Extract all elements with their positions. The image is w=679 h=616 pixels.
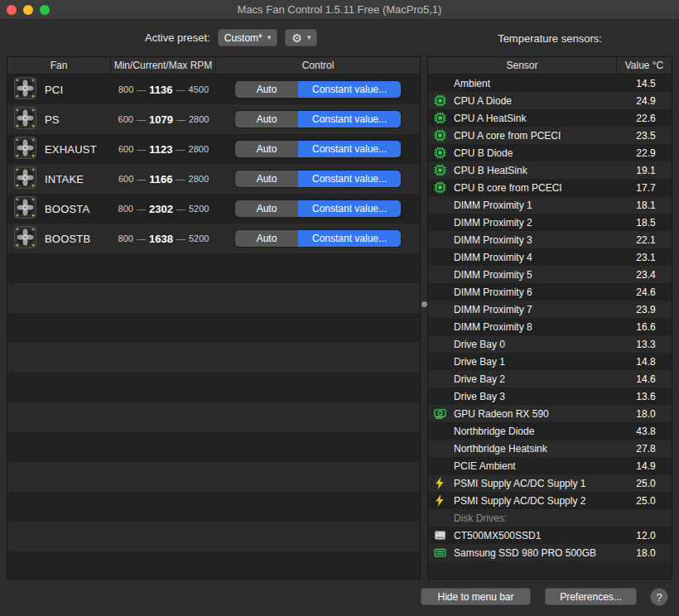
titlebar: Macs Fan Control 1.5.11 Free (MacPro5,1)	[0, 0, 679, 20]
fan-name: BOOSTB	[45, 233, 90, 245]
sensor-value: 25.0	[620, 495, 672, 507]
preferences-button[interactable]: Preferences...	[545, 588, 637, 605]
rpm-dash: —	[176, 114, 185, 124]
preset-actions-button[interactable]: ⚙ ▾	[285, 29, 317, 46]
fan-icon	[14, 226, 36, 252]
power-icon	[433, 494, 446, 507]
fan-icon	[14, 196, 36, 222]
sensor-row[interactable]: CT500MX500SSD112.0	[428, 527, 672, 544]
fan-icon	[14, 77, 36, 103]
sensor-row[interactable]: DIMM Proximity 523.4	[428, 266, 672, 283]
sensor-column-header[interactable]: Sensor	[428, 57, 617, 74]
constant-value-button[interactable]: Constant value...	[298, 171, 401, 187]
sensor-table-header: Sensor Value °C	[428, 57, 672, 75]
fan-control-segmented: Auto Constant value...	[235, 141, 401, 157]
sensor-row[interactable]: CPU A core from PCECI23.5	[428, 127, 672, 144]
auto-button[interactable]: Auto	[235, 141, 298, 157]
sensor-table: Sensor Value °C Ambient14.5 CPU A Diode2…	[427, 56, 672, 580]
control-column-header[interactable]: Control	[216, 57, 420, 74]
sensor-value: 22.9	[620, 147, 672, 159]
sensor-row[interactable]: CPU A Diode24.9	[428, 92, 672, 109]
sensor-name: CPU B core from PCECI	[454, 182, 620, 194]
sensor-name: Disk Drives:	[454, 513, 620, 524]
sensor-row[interactable]: Northbridge Diode43.8	[428, 422, 672, 440]
rpm-min: 800	[118, 84, 133, 94]
sensor-row[interactable]: PSMI Supply AC/DC Supply 225.0	[428, 492, 672, 509]
cpu-icon	[433, 94, 446, 107]
rpm-dash: —	[176, 144, 185, 154]
sensor-name: CPU B HeatSink	[454, 165, 620, 176]
sensor-name: Ambient	[454, 78, 620, 89]
constant-value-button[interactable]: Constant value...	[298, 111, 401, 128]
splitter-handle[interactable]	[421, 301, 427, 307]
sensor-row[interactable]: CPU B Diode22.9	[428, 144, 672, 161]
fan-rpm-values: 600—1123—2800	[111, 143, 216, 156]
sensor-row[interactable]: DIMM Proximity 423.1	[428, 248, 672, 266]
sensor-row[interactable]: PCIE Ambient14.9	[428, 457, 672, 474]
fan-column-header[interactable]: Fan	[7, 57, 111, 74]
sensor-value: 14.5	[620, 78, 672, 89]
sensor-row[interactable]: CPU B core from PCECI17.7	[428, 179, 672, 196]
sensor-row[interactable]: DIMM Proximity 322.1	[428, 231, 672, 248]
sensor-value: 12.0	[620, 530, 672, 541]
rpm-dash: —	[176, 84, 185, 94]
rpm-dash: —	[176, 233, 185, 243]
sensor-row[interactable]: DIMM Proximity 816.6	[428, 318, 672, 335]
fan-row: INTAKE 600—1166—2800 Auto Constant value…	[7, 164, 420, 194]
fan-rpm-values: 600—1079—2800	[111, 113, 216, 126]
sensor-row[interactable]: CPU B HeatSink19.1	[428, 161, 672, 179]
sensor-row[interactable]: DIMM Proximity 624.6	[428, 283, 672, 301]
rpm-min: 600	[118, 114, 133, 124]
sensor-row[interactable]: Ambient14.5	[428, 75, 672, 92]
preset-dropdown[interactable]: Custom* ▾	[218, 29, 278, 46]
rpm-dash: —	[176, 174, 185, 184]
rpm-current: 2302	[149, 203, 173, 215]
sensor-row[interactable]: DIMM Proximity 218.5	[428, 214, 672, 231]
auto-button[interactable]: Auto	[235, 111, 298, 128]
auto-button[interactable]: Auto	[235, 81, 298, 98]
minimize-window-button[interactable]	[23, 5, 33, 15]
app-window: Macs Fan Control 1.5.11 Free (MacPro5,1)…	[0, 0, 679, 616]
constant-value-button[interactable]: Constant value...	[298, 81, 401, 98]
sensor-row[interactable]: GPU Radeon RX 59018.0	[428, 405, 672, 422]
fan-table-header: Fan Min/Current/Max RPM Control	[7, 57, 420, 75]
hide-to-menu-bar-button[interactable]: Hide to menu bar	[421, 588, 531, 605]
sensor-row[interactable]: Drive Bay 013.3	[428, 335, 672, 353]
constant-value-button[interactable]: Constant value...	[298, 230, 401, 247]
sensor-value: 22.1	[620, 234, 672, 246]
fan-rows: PCI 800—1136—4500 Auto Constant value...…	[7, 75, 420, 579]
rpm-column-header[interactable]: Min/Current/Max RPM	[111, 57, 216, 74]
fan-row: BOOSTA 800—2302—5200 Auto Constant value…	[7, 194, 420, 224]
auto-button[interactable]: Auto	[235, 200, 298, 217]
sensor-row[interactable]: Northbridge Heatsink27.8	[428, 440, 672, 457]
zoom-window-button[interactable]	[40, 5, 50, 15]
cpu-icon	[433, 112, 446, 124]
sensor-row[interactable]: DIMM Proximity 118.1	[428, 196, 672, 214]
sensor-name: CPU A HeatSink	[454, 113, 620, 124]
fan-name: PCI	[45, 84, 63, 96]
sensor-row[interactable]: Samsung SSD 980 PRO 500GB18.0	[428, 544, 672, 561]
constant-value-button[interactable]: Constant value...	[298, 200, 401, 217]
disk-green-icon	[433, 546, 446, 559]
fan-row: PS 600—1079—2800 Auto Constant value...	[7, 104, 420, 134]
auto-button[interactable]: Auto	[235, 171, 298, 187]
sensor-name: Drive Bay 1	[454, 356, 620, 368]
sensor-rows: Ambient14.5 CPU A Diode24.9 CPU A HeatSi…	[428, 75, 672, 561]
sensor-row[interactable]: Drive Bay 214.6	[428, 370, 672, 387]
help-button[interactable]: ?	[650, 588, 668, 606]
sensor-row[interactable]: Drive Bay 114.8	[428, 353, 672, 370]
sensor-row[interactable]: Drive Bay 313.6	[428, 387, 672, 405]
fan-control-segmented: Auto Constant value...	[235, 111, 401, 128]
cpu-icon	[433, 147, 446, 159]
sensor-row[interactable]: DIMM Proximity 723.9	[428, 301, 672, 318]
sensor-name: Drive Bay 2	[454, 373, 620, 385]
sensor-row[interactable]: CPU A HeatSink22.6	[428, 109, 672, 127]
sensor-name: PSMI Supply AC/DC Supply 2	[454, 495, 620, 507]
sensor-row[interactable]: PSMI Supply AC/DC Supply 125.0	[428, 474, 672, 492]
value-column-header[interactable]: Value °C	[617, 57, 672, 74]
sensor-name: Drive Bay 0	[454, 339, 620, 350]
constant-value-button[interactable]: Constant value...	[298, 141, 401, 157]
auto-button[interactable]: Auto	[235, 230, 298, 247]
close-window-button[interactable]	[7, 5, 17, 15]
rpm-current: 1123	[149, 143, 172, 156]
